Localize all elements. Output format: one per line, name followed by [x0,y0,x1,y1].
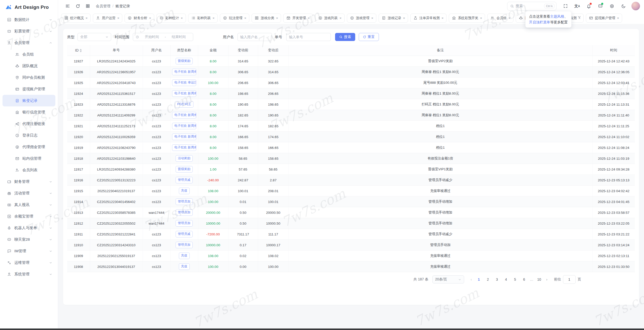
close-icon[interactable]: × [403,16,405,20]
close-icon[interactable]: × [213,16,215,20]
sidebar-item[interactable]: IM管理 [3,245,55,257]
fullscreen-icon[interactable] [560,1,571,11]
close-icon[interactable]: × [244,16,246,20]
notifications-bell-icon[interactable] [584,1,594,11]
close-icon[interactable]: × [86,16,88,20]
tab-item[interactable]: 用户运营× [93,14,122,23]
goto-page-input[interactable] [563,275,576,284]
tab-item[interactable]: 会员组× [487,14,513,23]
sidebar-item[interactable]: 提现账户管理 [3,83,55,95]
language-icon[interactable]: 文A [572,1,582,11]
next-page-button[interactable]: › [544,277,549,281]
reset-button[interactable]: 重置 [359,33,379,41]
apps-grid-icon[interactable] [83,1,93,11]
tab-item[interactable]: 开奖管理× [283,14,313,23]
sidebar-item[interactable]: 财务管理 [3,176,55,187]
messages-icon[interactable] [595,1,605,11]
cell-username: cs123 [143,196,170,207]
sidebar-item[interactable]: 代理佣金管理 [3,141,55,153]
sidebar-item[interactable]: 会员管理 [3,37,55,49]
close-icon[interactable]: × [149,16,151,20]
dark-mode-moon-icon[interactable] [618,1,628,11]
tab-item[interactable]: 彩种统计× [156,14,186,23]
cell-before: 306.65 [228,67,258,77]
sidebar-item[interactable]: 账变记录 [3,95,55,106]
sidebar-item[interactable]: 余额宝管理 [3,211,55,222]
tab-label: 提现账户管理 [595,16,615,20]
refresh-icon[interactable] [73,1,83,11]
page-number[interactable]: 4 [502,277,510,281]
order-input[interactable] [286,33,331,41]
username-input[interactable] [237,33,272,41]
tab-item[interactable]: 游戏分类× [252,14,281,23]
sidebar-item[interactable]: 会员列表 [3,164,55,176]
date-range-input[interactable]: 开始时间 - 结束时间 [133,33,193,41]
close-icon[interactable]: × [441,16,444,20]
table-row: 11921AR202512241111252173cs123电子狂欢 新周俸禄8… [67,121,635,132]
type-select[interactable]: 全部 [77,33,111,41]
close-icon[interactable]: × [480,16,482,20]
sidebar-item[interactable]: 团队概况 [3,60,55,72]
tab-item[interactable]: 提现账户管理× [586,14,622,23]
sort-icon[interactable] [80,49,82,52]
sidebar-nav: 数据统计彩票管理会员管理会员组团队概况同IP会员检测提现账户管理账变记录银行信息… [0,14,58,280]
sidebar-item[interactable]: 银行信息管理 [3,106,55,118]
close-icon[interactable]: × [181,16,183,20]
user-avatar[interactable] [631,2,640,10]
page-number[interactable]: 6 [520,277,528,281]
page-number[interactable]: 1 [475,277,483,281]
sidebar-item[interactable]: 彩票管理 [3,25,55,37]
page-number[interactable]: 2 [484,277,492,281]
coin-icon [128,16,132,20]
sidebar-item[interactable]: 数据统计 [3,14,55,25]
tab-item[interactable]: 玩法管理× [220,14,249,23]
close-icon[interactable]: × [117,16,119,20]
tab-item[interactable]: 统计概况× [61,14,91,23]
sidebar-item[interactable]: 站内信管理 [3,153,55,164]
search-button[interactable]: 搜索 [335,33,355,41]
close-icon[interactable]: × [508,16,510,20]
search-input[interactable]: 搜索 Ctrl k [507,2,556,11]
page-size-select[interactable]: 20条/页 [432,275,464,283]
close-icon[interactable]: × [308,16,310,20]
cell-id: 11918 [67,153,90,164]
page-number[interactable]: 10 [535,277,543,281]
prev-page-button[interactable]: ‹ [469,277,474,281]
sidebar-item[interactable]: 代理注册链接 [3,118,55,130]
tab-item[interactable]: 系统彩预开奖× [449,14,485,23]
menu-collapse-icon[interactable] [63,1,73,11]
theme-style-link[interactable]: 主题风格 [550,14,564,18]
tab-item[interactable]: 游戏记录× [379,14,408,23]
cell-id: 11911 [67,229,90,240]
type-tag: 活动奖励 [176,155,193,162]
more-pages-icon[interactable]: … [529,277,534,281]
tab-item[interactable]: 注单异常检测× [410,14,447,23]
logo[interactable]: Art Design Pro [0,0,58,14]
sidebar-item[interactable]: 聊天室28 [3,234,55,245]
cell-order-no: 20251223040221019137 [90,186,143,196]
close-icon[interactable]: × [617,16,619,20]
page-number[interactable]: 3 [493,277,501,281]
top-menu-link[interactable]: 开启顶栏菜单 [529,20,550,24]
sidebar-item[interactable]: 同IP会员检测 [3,72,55,83]
tab-item[interactable]: 财务分析× [125,14,154,23]
tab-item[interactable]: 彩种列表× [188,14,218,23]
sidebar-item[interactable]: 活动管理 [3,187,55,199]
page-number[interactable]: 5 [511,277,519,281]
close-icon[interactable]: × [340,16,342,20]
column-header[interactable]: ID [67,45,90,56]
tab-item[interactable]: 游戏管理× [347,14,376,23]
tab-options-chevron-icon[interactable] [577,15,581,19]
bottom-scrollbar[interactable] [0,328,644,330]
sidebar-item[interactable]: 系统管理 [3,268,55,280]
sidebar-item[interactable]: 真人视讯 [3,199,55,211]
sidebar-item[interactable]: 登录日志 [3,130,55,141]
settings-gear-icon[interactable] [607,1,617,11]
sidebar-item[interactable]: 会员组 [3,49,55,60]
close-icon[interactable]: × [276,16,278,20]
sidebar-item[interactable]: 机器人与发单 [3,222,55,234]
close-icon[interactable]: × [371,16,373,20]
breadcrumb-item[interactable]: 会员管理 [96,4,110,9]
tab-item[interactable]: 游戏列表× [315,14,345,23]
sidebar-item[interactable]: 运维管理 [3,257,55,268]
